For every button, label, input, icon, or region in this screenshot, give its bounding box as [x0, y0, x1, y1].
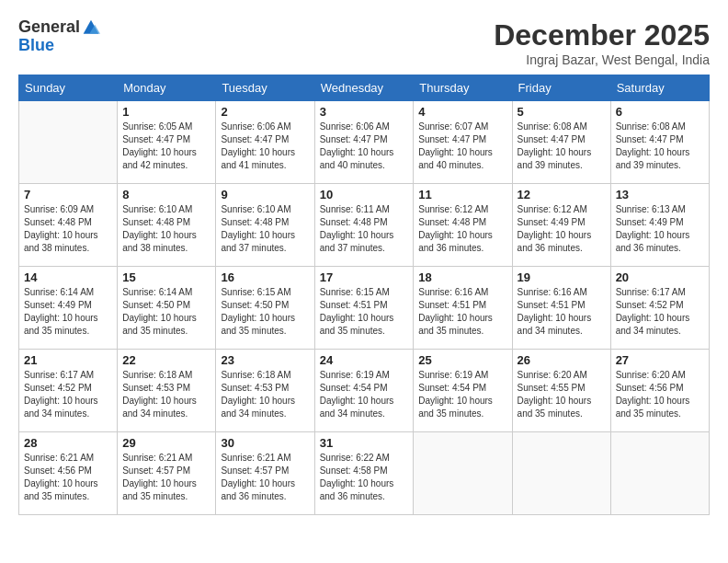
table-row: 7Sunrise: 6:09 AMSunset: 4:48 PMDaylight… [19, 184, 118, 267]
day-info: Sunrise: 6:20 AMSunset: 4:55 PMDaylight:… [518, 369, 606, 420]
col-wednesday: Wednesday [314, 75, 414, 101]
table-row: 5Sunrise: 6:08 AMSunset: 4:47 PMDaylight… [512, 101, 610, 184]
location: Ingraj Bazar, West Bengal, India [494, 52, 710, 67]
day-info: Sunrise: 6:10 AMSunset: 4:48 PMDaylight:… [122, 203, 210, 255]
logo-general: General [18, 18, 80, 37]
day-info: Sunrise: 6:08 AMSunset: 4:47 PMDaylight:… [518, 121, 606, 172]
day-number: 17 [320, 270, 409, 284]
day-number: 31 [320, 436, 409, 450]
day-info: Sunrise: 6:11 AMSunset: 4:48 PMDaylight:… [320, 203, 409, 255]
table-row: 13Sunrise: 6:13 AMSunset: 4:49 PMDayligh… [610, 184, 709, 267]
day-number: 1 [122, 105, 210, 119]
logo: General Blue [18, 18, 100, 55]
logo-blue: Blue [18, 37, 100, 55]
table-row: 12Sunrise: 6:12 AMSunset: 4:49 PMDayligh… [512, 184, 610, 267]
day-number: 24 [320, 353, 409, 367]
day-number: 16 [221, 270, 309, 284]
table-row [610, 432, 709, 515]
table-row: 3Sunrise: 6:06 AMSunset: 4:47 PMDaylight… [314, 101, 414, 184]
day-number: 8 [122, 188, 210, 201]
table-row [512, 432, 610, 515]
day-info: Sunrise: 6:08 AMSunset: 4:47 PMDaylight:… [616, 121, 704, 172]
day-info: Sunrise: 6:18 AMSunset: 4:53 PMDaylight:… [221, 369, 309, 420]
table-row: 11Sunrise: 6:12 AMSunset: 4:48 PMDayligh… [414, 184, 512, 267]
day-number: 29 [122, 436, 210, 450]
col-friday: Friday [512, 75, 610, 101]
day-number: 18 [418, 270, 506, 284]
day-info: Sunrise: 6:06 AMSunset: 4:47 PMDaylight:… [221, 121, 309, 172]
calendar-header-row: Sunday Monday Tuesday Wednesday Thursday… [19, 75, 710, 101]
day-number: 20 [616, 270, 704, 284]
day-number: 12 [518, 188, 606, 201]
day-info: Sunrise: 6:05 AMSunset: 4:47 PMDaylight:… [122, 121, 210, 172]
day-info: Sunrise: 6:21 AMSunset: 4:57 PMDaylight:… [221, 452, 309, 503]
day-info: Sunrise: 6:12 AMSunset: 4:48 PMDaylight:… [418, 203, 506, 255]
day-info: Sunrise: 6:17 AMSunset: 4:52 PMDaylight:… [616, 286, 704, 338]
table-row: 20Sunrise: 6:17 AMSunset: 4:52 PMDayligh… [610, 267, 709, 350]
day-number: 19 [518, 270, 606, 284]
day-number: 13 [616, 188, 704, 201]
calendar-week-row: 14Sunrise: 6:14 AMSunset: 4:49 PMDayligh… [19, 267, 710, 350]
logo-icon [82, 18, 100, 37]
day-number: 14 [24, 270, 112, 284]
table-row: 31Sunrise: 6:22 AMSunset: 4:58 PMDayligh… [314, 432, 414, 515]
table-row: 8Sunrise: 6:10 AMSunset: 4:48 PMDaylight… [118, 184, 216, 267]
day-number: 9 [221, 188, 309, 201]
col-sunday: Sunday [19, 75, 118, 101]
title-block: December 2025 Ingraj Bazar, West Bengal,… [494, 18, 710, 67]
table-row: 19Sunrise: 6:16 AMSunset: 4:51 PMDayligh… [512, 267, 610, 350]
table-row: 25Sunrise: 6:19 AMSunset: 4:54 PMDayligh… [414, 350, 512, 432]
calendar-body: 1Sunrise: 6:05 AMSunset: 4:47 PMDaylight… [19, 101, 710, 515]
day-number: 11 [418, 188, 506, 201]
table-row: 21Sunrise: 6:17 AMSunset: 4:52 PMDayligh… [19, 350, 118, 432]
table-row: 4Sunrise: 6:07 AMSunset: 4:47 PMDaylight… [414, 101, 512, 184]
calendar-week-row: 1Sunrise: 6:05 AMSunset: 4:47 PMDaylight… [19, 101, 710, 184]
day-info: Sunrise: 6:14 AMSunset: 4:49 PMDaylight:… [24, 286, 112, 338]
day-number: 25 [418, 353, 506, 367]
day-info: Sunrise: 6:15 AMSunset: 4:51 PMDaylight:… [320, 286, 409, 338]
day-info: Sunrise: 6:16 AMSunset: 4:51 PMDaylight:… [418, 286, 506, 338]
day-info: Sunrise: 6:19 AMSunset: 4:54 PMDaylight:… [320, 369, 409, 420]
day-info: Sunrise: 6:10 AMSunset: 4:48 PMDaylight:… [221, 203, 309, 255]
day-info: Sunrise: 6:17 AMSunset: 4:52 PMDaylight:… [24, 369, 112, 420]
table-row: 24Sunrise: 6:19 AMSunset: 4:54 PMDayligh… [314, 350, 414, 432]
table-row: 28Sunrise: 6:21 AMSunset: 4:56 PMDayligh… [19, 432, 118, 515]
col-monday: Monday [118, 75, 216, 101]
table-row: 29Sunrise: 6:21 AMSunset: 4:57 PMDayligh… [118, 432, 216, 515]
day-number: 21 [24, 353, 112, 367]
day-info: Sunrise: 6:20 AMSunset: 4:56 PMDaylight:… [616, 369, 704, 420]
table-row: 22Sunrise: 6:18 AMSunset: 4:53 PMDayligh… [118, 350, 216, 432]
calendar-week-row: 7Sunrise: 6:09 AMSunset: 4:48 PMDaylight… [19, 184, 710, 267]
day-number: 26 [518, 353, 606, 367]
day-number: 23 [221, 353, 309, 367]
day-number: 22 [122, 353, 210, 367]
day-info: Sunrise: 6:14 AMSunset: 4:50 PMDaylight:… [122, 286, 210, 338]
day-number: 28 [24, 436, 112, 450]
day-number: 27 [616, 353, 704, 367]
day-number: 15 [122, 270, 210, 284]
day-number: 10 [320, 188, 409, 201]
logo-text: General Blue [18, 18, 100, 55]
calendar-week-row: 21Sunrise: 6:17 AMSunset: 4:52 PMDayligh… [19, 350, 710, 432]
table-row [19, 101, 118, 184]
day-info: Sunrise: 6:22 AMSunset: 4:58 PMDaylight:… [320, 452, 409, 503]
page-header: General Blue December 2025 Ingraj Bazar,… [18, 18, 710, 67]
table-row: 17Sunrise: 6:15 AMSunset: 4:51 PMDayligh… [314, 267, 414, 350]
table-row: 15Sunrise: 6:14 AMSunset: 4:50 PMDayligh… [118, 267, 216, 350]
day-info: Sunrise: 6:16 AMSunset: 4:51 PMDaylight:… [518, 286, 606, 338]
day-info: Sunrise: 6:21 AMSunset: 4:57 PMDaylight:… [122, 452, 210, 503]
day-info: Sunrise: 6:07 AMSunset: 4:47 PMDaylight:… [418, 121, 506, 172]
day-number: 6 [616, 105, 704, 119]
day-number: 7 [24, 188, 112, 201]
day-info: Sunrise: 6:15 AMSunset: 4:50 PMDaylight:… [221, 286, 309, 338]
day-number: 4 [418, 105, 506, 119]
table-row: 14Sunrise: 6:14 AMSunset: 4:49 PMDayligh… [19, 267, 118, 350]
day-info: Sunrise: 6:18 AMSunset: 4:53 PMDaylight:… [122, 369, 210, 420]
day-number: 3 [320, 105, 409, 119]
day-info: Sunrise: 6:09 AMSunset: 4:48 PMDaylight:… [24, 203, 112, 255]
table-row: 1Sunrise: 6:05 AMSunset: 4:47 PMDaylight… [118, 101, 216, 184]
table-row: 18Sunrise: 6:16 AMSunset: 4:51 PMDayligh… [414, 267, 512, 350]
calendar-week-row: 28Sunrise: 6:21 AMSunset: 4:56 PMDayligh… [19, 432, 710, 515]
day-info: Sunrise: 6:21 AMSunset: 4:56 PMDaylight:… [24, 452, 112, 503]
day-info: Sunrise: 6:19 AMSunset: 4:54 PMDaylight:… [418, 369, 506, 420]
